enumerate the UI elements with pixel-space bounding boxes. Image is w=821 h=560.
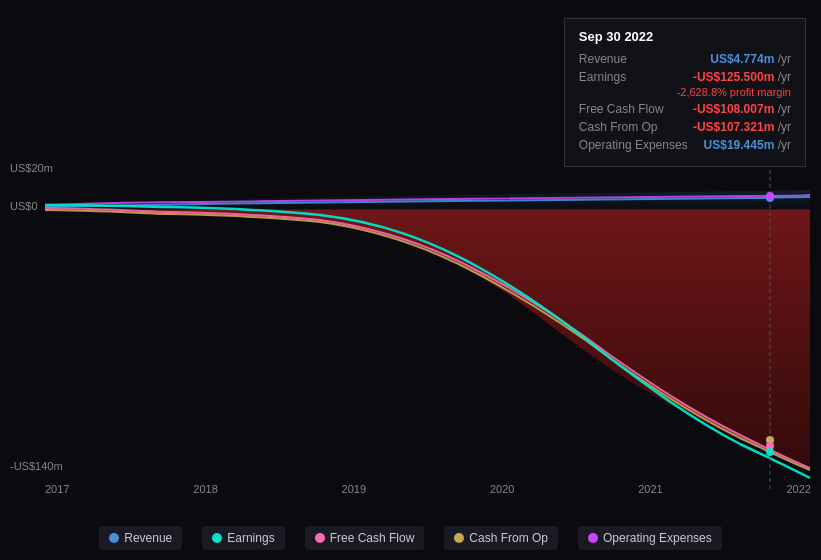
svg-point-4 xyxy=(766,192,774,200)
chart-container: US$20m US$0 -US$140m 2017 2018 2019 2020… xyxy=(0,0,821,560)
tooltip-earnings-value: -US$125.500m /yr xyxy=(693,70,791,84)
tooltip-cfo-value: -US$107.321m /yr xyxy=(693,120,791,134)
tooltip-earnings-label: Earnings xyxy=(579,70,626,84)
tooltip-revenue-value: US$4.774m /yr xyxy=(710,52,791,66)
legend-dot-fcf xyxy=(315,533,325,543)
y-axis-mid-label: US$0 xyxy=(10,200,38,212)
tooltip-earnings-row: Earnings -US$125.500m /yr xyxy=(579,70,791,84)
x-label-2020: 2020 xyxy=(490,483,514,495)
svg-point-7 xyxy=(766,448,774,456)
tooltip-fcf-row: Free Cash Flow -US$108.007m /yr xyxy=(579,102,791,116)
tooltip-revenue-label: Revenue xyxy=(579,52,627,66)
x-label-2019: 2019 xyxy=(342,483,366,495)
legend-dot-revenue xyxy=(109,533,119,543)
legend-dot-cfo xyxy=(454,533,464,543)
legend-dot-earnings xyxy=(212,533,222,543)
legend: Revenue Earnings Free Cash Flow Cash Fro… xyxy=(0,526,821,550)
y-axis-top-label: US$20m xyxy=(10,162,53,174)
x-label-2018: 2018 xyxy=(193,483,217,495)
legend-item-revenue[interactable]: Revenue xyxy=(99,526,182,550)
legend-label-fcf: Free Cash Flow xyxy=(330,531,415,545)
x-label-2021: 2021 xyxy=(638,483,662,495)
x-axis: 2017 2018 2019 2020 2021 2022 xyxy=(45,483,811,495)
tooltip-opex-value: US$19.445m /yr xyxy=(704,138,791,152)
tooltip-box: Sep 30 2022 Revenue US$4.774m /yr Earnin… xyxy=(564,18,806,167)
tooltip-date: Sep 30 2022 xyxy=(579,29,791,44)
legend-label-revenue: Revenue xyxy=(124,531,172,545)
legend-item-earnings[interactable]: Earnings xyxy=(202,526,284,550)
tooltip-cfo-row: Cash From Op -US$107.321m /yr xyxy=(579,120,791,134)
legend-item-cfo[interactable]: Cash From Op xyxy=(444,526,558,550)
tooltip-margin: -2,628.8% profit margin xyxy=(579,86,791,98)
tooltip-fcf-label: Free Cash Flow xyxy=(579,102,664,116)
legend-label-opex: Operating Expenses xyxy=(603,531,712,545)
tooltip-fcf-value: -US$108.007m /yr xyxy=(693,102,791,116)
x-label-2017: 2017 xyxy=(45,483,69,495)
tooltip-revenue-row: Revenue US$4.774m /yr xyxy=(579,52,791,66)
legend-label-cfo: Cash From Op xyxy=(469,531,548,545)
legend-dot-opex xyxy=(588,533,598,543)
tooltip-opex-label: Operating Expenses xyxy=(579,138,688,152)
tooltip-opex-row: Operating Expenses US$19.445m /yr xyxy=(579,138,791,152)
x-label-2022: 2022 xyxy=(786,483,810,495)
legend-label-earnings: Earnings xyxy=(227,531,274,545)
tooltip-cfo-label: Cash From Op xyxy=(579,120,658,134)
y-axis-bottom-label: -US$140m xyxy=(10,460,63,472)
legend-item-fcf[interactable]: Free Cash Flow xyxy=(305,526,425,550)
legend-item-opex[interactable]: Operating Expenses xyxy=(578,526,722,550)
